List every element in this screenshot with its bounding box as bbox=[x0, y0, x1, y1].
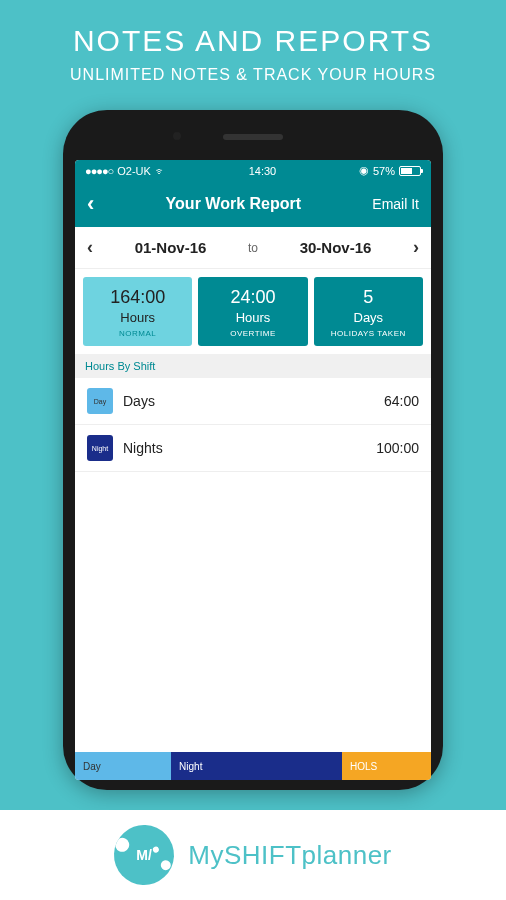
wifi-icon: ᯤ bbox=[155, 165, 166, 177]
holidays-card[interactable]: 5 Days HOLIDAYS TAKEN bbox=[314, 277, 423, 346]
page-title: Your Work Report bbox=[166, 195, 301, 213]
battery-percent: 57% bbox=[373, 165, 395, 177]
brand-footer: M/ MySHIFTplanner bbox=[0, 810, 506, 900]
phone-speaker bbox=[223, 134, 283, 140]
brand-logo-text: M/ bbox=[136, 847, 152, 863]
shift-name: Nights bbox=[123, 440, 376, 456]
content-area bbox=[75, 472, 431, 752]
status-right: ◉ 57% bbox=[359, 164, 421, 177]
promo-header: NOTES AND REPORTS UNLIMITED NOTES & TRAC… bbox=[0, 0, 506, 100]
brand-logo-icon: M/ bbox=[106, 817, 183, 894]
shift-hours: 100:00 bbox=[376, 440, 419, 456]
date-to-label: to bbox=[248, 241, 258, 255]
shift-row-days[interactable]: Day Days 64:00 bbox=[75, 378, 431, 425]
status-bar: ●●●●○ O2-UK ᯤ 14:30 ◉ 57% bbox=[75, 160, 431, 181]
back-button[interactable]: ‹ bbox=[87, 191, 94, 217]
app-screen: ●●●●○ O2-UK ᯤ 14:30 ◉ 57% ‹ Your Work Re… bbox=[75, 160, 431, 780]
normal-unit: Hours bbox=[87, 310, 188, 325]
normal-value: 164:00 bbox=[87, 287, 188, 308]
phone-sensor bbox=[173, 132, 181, 140]
brand-name: MySHIFTplanner bbox=[188, 840, 392, 871]
date-range-picker: ‹ 01-Nov-16 to 30-Nov-16 › bbox=[75, 227, 431, 269]
prev-date-button[interactable]: ‹ bbox=[87, 237, 93, 258]
normal-hours-card[interactable]: 164:00 Hours NORMAL bbox=[83, 277, 192, 346]
legend-night[interactable]: Night bbox=[171, 752, 342, 780]
overtime-unit: Hours bbox=[202, 310, 303, 325]
summary-cards: 164:00 Hours NORMAL 24:00 Hours OVERTIME… bbox=[75, 269, 431, 354]
overtime-label: OVERTIME bbox=[202, 329, 303, 338]
date-end[interactable]: 30-Nov-16 bbox=[300, 239, 372, 256]
holidays-value: 5 bbox=[318, 287, 419, 308]
legend-hols[interactable]: HOLS bbox=[342, 752, 431, 780]
holidays-label: HOLIDAYS TAKEN bbox=[318, 329, 419, 338]
shift-name: Days bbox=[123, 393, 384, 409]
phone-frame: ●●●●○ O2-UK ᯤ 14:30 ◉ 57% ‹ Your Work Re… bbox=[63, 110, 443, 790]
section-header: Hours By Shift bbox=[75, 354, 431, 378]
signal-icon: ●●●●○ bbox=[85, 165, 113, 177]
promo-title: NOTES AND REPORTS bbox=[20, 24, 486, 58]
battery-sync-icon: ◉ bbox=[359, 164, 369, 177]
nav-bar: ‹ Your Work Report Email It bbox=[75, 181, 431, 227]
overtime-hours-card[interactable]: 24:00 Hours OVERTIME bbox=[198, 277, 307, 346]
day-badge-icon: Day bbox=[87, 388, 113, 414]
email-button[interactable]: Email It bbox=[372, 196, 419, 212]
overtime-value: 24:00 bbox=[202, 287, 303, 308]
shift-row-nights[interactable]: Night Nights 100:00 bbox=[75, 425, 431, 472]
next-date-button[interactable]: › bbox=[413, 237, 419, 258]
status-left: ●●●●○ O2-UK ᯤ bbox=[85, 165, 166, 177]
battery-icon bbox=[399, 166, 421, 176]
carrier-label: O2-UK bbox=[117, 165, 151, 177]
date-start[interactable]: 01-Nov-16 bbox=[135, 239, 207, 256]
legend-bar: Day Night HOLS bbox=[75, 752, 431, 780]
night-badge-icon: Night bbox=[87, 435, 113, 461]
normal-label: NORMAL bbox=[87, 329, 188, 338]
promo-subtitle: UNLIMITED NOTES & TRACK YOUR HOURS bbox=[20, 66, 486, 84]
holidays-unit: Days bbox=[318, 310, 419, 325]
shift-hours: 64:00 bbox=[384, 393, 419, 409]
status-time: 14:30 bbox=[249, 165, 277, 177]
legend-day[interactable]: Day bbox=[75, 752, 171, 780]
